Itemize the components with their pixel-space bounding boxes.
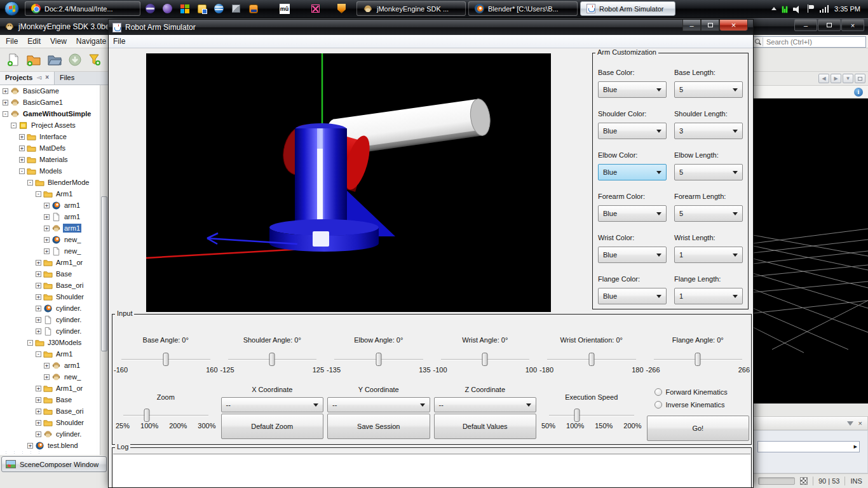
zoom-slider[interactable]: [123, 415, 208, 416]
log-output-area[interactable]: [113, 454, 750, 487]
color-dropdown[interactable]: Blue: [598, 205, 667, 222]
tree-item[interactable]: +cylinder.: [0, 314, 100, 325]
robot-3d-viewport[interactable]: [146, 53, 551, 312]
color-dropdown[interactable]: Blue: [598, 247, 667, 263]
taskbar-robot-button[interactable]: Robot Arm Simulator: [580, 1, 675, 16]
coordinate-dropdown[interactable]: --: [434, 397, 537, 412]
tree-item[interactable]: -Arm1: [0, 188, 100, 200]
slider-track[interactable]: [228, 359, 317, 360]
tray-expand-icon[interactable]: [771, 7, 776, 10]
maximize-panel-icon[interactable]: [855, 74, 865, 83]
tree-item[interactable]: +MatDefs: [0, 142, 100, 154]
slider-track[interactable]: [334, 359, 423, 360]
action-button[interactable]: Default Zoom: [221, 414, 324, 439]
expand-toggle[interactable]: +: [36, 420, 41, 426]
taskbar-chrome-button[interactable]: Doc:2.4/Manual/Inte...: [25, 1, 140, 16]
new-file-button[interactable]: [6, 53, 20, 67]
expand-toggle[interactable]: +: [36, 306, 41, 311]
robot-titlebar[interactable]: Robot Arm Simulator – ×: [109, 20, 753, 35]
filter-button[interactable]: [88, 53, 102, 67]
expand-toggle[interactable]: +: [36, 431, 41, 437]
signal-bars-icon[interactable]: [820, 5, 829, 13]
taskbar-windows-app-icon[interactable]: [176, 1, 193, 16]
expand-toggle[interactable]: +: [36, 271, 41, 277]
checker-icon[interactable]: [800, 477, 808, 485]
coordinate-dropdown[interactable]: --: [221, 397, 324, 412]
tree-item[interactable]: +new_: [0, 245, 100, 257]
info-icon[interactable]: i: [854, 88, 863, 97]
expand-toggle[interactable]: +: [3, 88, 8, 94]
expand-toggle[interactable]: +: [44, 363, 50, 369]
menu-file[interactable]: File: [6, 37, 18, 46]
menu-file[interactable]: File: [113, 37, 125, 46]
scrollbar-thumb[interactable]: [101, 196, 107, 351]
menu-edit[interactable]: Edit: [27, 37, 41, 46]
tree-item[interactable]: +BasicGame1: [0, 97, 100, 108]
expand-toggle[interactable]: +: [36, 397, 41, 403]
tree-item[interactable]: -Arm1: [0, 348, 100, 360]
slider-track[interactable]: [441, 359, 530, 360]
slider-handle[interactable]: [376, 353, 381, 366]
coordinate-dropdown[interactable]: --: [327, 397, 430, 412]
slider-handle[interactable]: [482, 353, 488, 366]
tree-item[interactable]: +Interface: [0, 131, 100, 142]
tree-item[interactable]: +new_: [0, 234, 100, 245]
length-dropdown[interactable]: 1: [674, 247, 743, 263]
execution-speed-slider[interactable]: [549, 415, 634, 416]
taskbar-jme-button[interactable]: jMonkeyEngine SDK ...: [356, 1, 466, 16]
close-panel-icon[interactable]: ×: [45, 74, 49, 81]
dock-icon[interactable]: ◅: [36, 74, 41, 81]
kinematics-option[interactable]: Forward Kinematics: [654, 387, 750, 397]
slider-handle[interactable]: [269, 353, 275, 366]
expand-toggle[interactable]: +: [44, 237, 50, 243]
expand-toggle[interactable]: -: [27, 180, 33, 186]
taskbar-yellow-app-icon[interactable]: [193, 1, 210, 16]
expand-toggle[interactable]: +: [44, 374, 50, 380]
expand-toggle[interactable]: +: [36, 409, 41, 414]
expand-toggle[interactable]: +: [36, 283, 41, 288]
zoom-slider-handle[interactable]: [144, 409, 150, 422]
tree-item[interactable]: +Base_ori: [0, 405, 100, 417]
action-button[interactable]: Default Values: [434, 414, 537, 439]
slider-track[interactable]: [547, 359, 636, 360]
close-output-icon[interactable]: ×: [858, 419, 862, 427]
expand-toggle[interactable]: +: [44, 214, 50, 220]
expand-toggle[interactable]: -: [36, 351, 41, 357]
new-project-button[interactable]: [26, 53, 41, 67]
minimize-icon[interactable]: –: [794, 19, 817, 31]
expand-toggle[interactable]: +: [44, 203, 50, 208]
tab-projects[interactable]: Projects ◅ ×: [0, 72, 55, 85]
tree-item[interactable]: -GameWithoutSimple: [0, 108, 100, 119]
length-dropdown[interactable]: 1: [674, 288, 743, 304]
slider-track[interactable]: [654, 359, 743, 360]
tree-item[interactable]: +new_: [0, 371, 100, 383]
maximize-icon[interactable]: [701, 20, 719, 31]
expand-toggle[interactable]: +: [19, 157, 25, 163]
nav-forward-icon[interactable]: ▶: [831, 74, 841, 83]
expand-toggle[interactable]: +: [44, 248, 50, 254]
dropdown-icon[interactable]: ▼: [843, 74, 853, 83]
action-center-icon[interactable]: [807, 4, 814, 13]
tree-item[interactable]: +arm1: [0, 211, 100, 222]
expand-toggle[interactable]: +: [3, 100, 8, 105]
taskbar-shield-icon[interactable]: [333, 1, 350, 16]
download-button[interactable]: [68, 53, 82, 67]
length-dropdown[interactable]: 5: [674, 205, 743, 222]
go-button[interactable]: Go!: [647, 416, 750, 441]
expand-toggle[interactable]: +: [44, 226, 50, 231]
tree-item[interactable]: +Materials: [0, 154, 100, 165]
tree-item[interactable]: +arm1: [0, 360, 100, 371]
tree-item[interactable]: -J30Models: [0, 337, 100, 348]
expand-toggle[interactable]: +: [36, 317, 41, 323]
slider-track[interactable]: [121, 359, 210, 360]
search-input[interactable]: Search (Ctrl+I): [752, 36, 866, 48]
close-icon[interactable]: ×: [719, 20, 748, 31]
expand-toggle[interactable]: +: [27, 443, 33, 449]
taskbar-clock[interactable]: 3:35 PM: [834, 5, 860, 13]
action-button[interactable]: Save Session: [327, 414, 430, 439]
expand-toggle[interactable]: +: [19, 146, 25, 151]
taskbar-purple-sphere-icon[interactable]: [159, 1, 176, 16]
close-icon[interactable]: ×: [841, 19, 864, 31]
tree-item[interactable]: +Arm1_or: [0, 383, 100, 394]
execution-speed-slider-handle[interactable]: [574, 409, 580, 422]
